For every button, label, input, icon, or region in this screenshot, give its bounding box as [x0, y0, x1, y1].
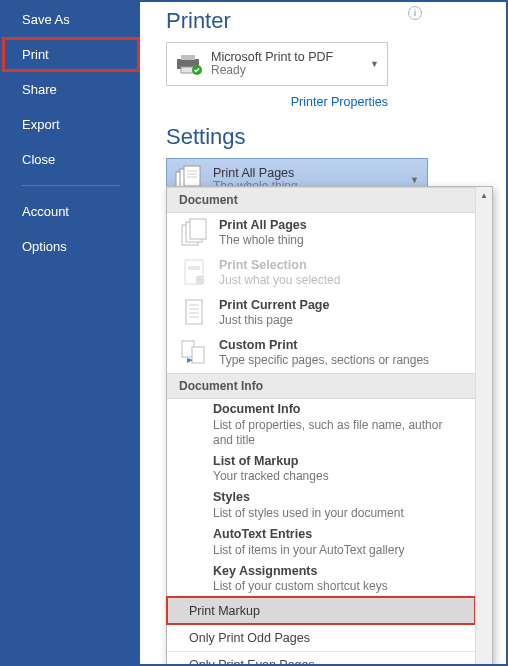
option-only-odd-pages[interactable]: Only Print Odd Pages: [167, 624, 475, 651]
option-title: Print All Pages: [219, 218, 307, 233]
option-title: Document Info: [213, 402, 465, 418]
sidebar-item-export[interactable]: Export: [2, 107, 140, 142]
dropdown-scrollbar[interactable]: ▲ ▼: [475, 187, 492, 666]
info-icon[interactable]: i: [408, 6, 422, 20]
option-title: AutoText Entries: [213, 527, 465, 543]
backstage-sidebar: Save As Print Share Export Close Account…: [2, 2, 140, 664]
option-styles[interactable]: Styles List of styles used in your docum…: [167, 487, 475, 524]
printer-name: Microsoft Print to PDF: [211, 50, 333, 64]
dropdown-content: Document Print All PagesThe whole thing …: [167, 187, 475, 666]
printer-properties-row: Printer Properties: [166, 92, 388, 110]
group-header-document: Document: [167, 187, 475, 213]
chevron-down-icon: ▼: [410, 175, 419, 185]
group-header-document-info: Document Info: [167, 373, 475, 399]
sidebar-item-save-as[interactable]: Save As: [2, 2, 140, 37]
option-sub: Your tracked changes: [213, 469, 465, 484]
settings-section-title: Settings: [166, 124, 486, 150]
sidebar-item-account[interactable]: Account: [2, 194, 140, 229]
option-print-all-pages[interactable]: Print All PagesThe whole thing: [167, 213, 475, 253]
printer-status: Ready: [211, 64, 333, 78]
option-sub: List of styles used in your document: [213, 506, 465, 521]
svg-rect-14: [188, 266, 200, 270]
chevron-down-icon: ▼: [370, 59, 379, 69]
print-what-dropdown-panel: ▲ ▼ Document Print All PagesThe whole th…: [166, 186, 493, 666]
svg-rect-1: [181, 55, 195, 60]
option-title: Print Selection: [219, 258, 340, 273]
option-title: List of Markup: [213, 454, 465, 470]
scroll-up-button[interactable]: ▲: [476, 187, 492, 204]
pages-stack-icon: [179, 218, 209, 248]
option-list-of-markup[interactable]: List of Markup Your tracked changes: [167, 451, 475, 488]
custom-pages-icon: [179, 338, 209, 368]
printer-ready-icon: [175, 53, 203, 75]
option-sub: Just what you selected: [219, 273, 340, 287]
option-title: Custom Print: [219, 338, 429, 353]
single-page-icon: [179, 298, 209, 328]
printer-properties-link[interactable]: Printer Properties: [291, 95, 388, 109]
option-sub: List of properties, such as file name, a…: [213, 418, 465, 448]
option-title: Key Assignments: [213, 564, 465, 580]
sidebar-item-close[interactable]: Close: [2, 142, 140, 177]
sidebar-divider: [22, 185, 120, 186]
svg-rect-24: [192, 347, 204, 363]
svg-rect-18: [186, 300, 202, 324]
option-sub: The whole thing: [219, 233, 307, 247]
option-only-even-pages[interactable]: Only Print Even Pages: [167, 651, 475, 666]
option-custom-print[interactable]: Custom PrintType specific pages, section…: [167, 333, 475, 373]
svg-rect-12: [190, 219, 206, 239]
option-print-selection: Print SelectionJust what you selected: [167, 253, 475, 293]
page-selection-icon: [179, 258, 209, 288]
scroll-down-button[interactable]: ▼: [476, 661, 492, 666]
option-sub: Just this page: [219, 313, 329, 327]
option-print-markup[interactable]: Print Markup: [167, 597, 475, 624]
option-autotext-entries[interactable]: AutoText Entries List of items in your A…: [167, 524, 475, 561]
option-sub: List of items in your AutoText gallery: [213, 543, 465, 558]
printer-text: Microsoft Print to PDF Ready: [211, 50, 333, 78]
option-title: Styles: [213, 490, 465, 506]
option-sub: List of your custom shortcut keys: [213, 579, 465, 594]
backstage-frame: Save As Print Share Export Close Account…: [0, 0, 508, 666]
print-what-title: Print All Pages: [213, 166, 298, 180]
option-title: Print Current Page: [219, 298, 329, 313]
printer-section-title: Printer: [166, 8, 486, 34]
option-sub: Type specific pages, sections or ranges: [219, 353, 429, 367]
option-document-info[interactable]: Document Info List of properties, such a…: [167, 399, 475, 451]
option-key-assignments[interactable]: Key Assignments List of your custom shor…: [167, 561, 475, 598]
sidebar-item-options[interactable]: Options: [2, 229, 140, 264]
option-print-current-page[interactable]: Print Current PageJust this page: [167, 293, 475, 333]
printer-selector[interactable]: Microsoft Print to PDF Ready ▼: [166, 42, 388, 86]
svg-rect-6: [184, 166, 200, 186]
sidebar-item-print[interactable]: Print: [2, 37, 140, 72]
sidebar-item-share[interactable]: Share: [2, 72, 140, 107]
